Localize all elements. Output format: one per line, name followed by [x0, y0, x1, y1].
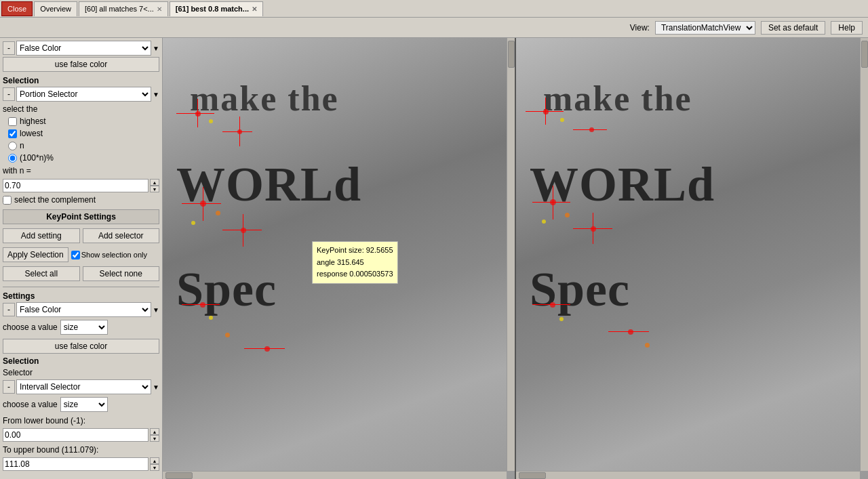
with-n-label: with n =	[3, 166, 31, 175]
add-setting-btn[interactable]: Add setting	[3, 228, 80, 243]
lowest-checkbox-row: lowest	[8, 129, 159, 138]
n-label: n	[20, 141, 24, 150]
choose-value2-select[interactable]: size response angle	[60, 397, 108, 412]
use-false-color-btn2[interactable]: use false color	[3, 339, 159, 354]
tooltip-line2: angle 315.645	[317, 257, 393, 269]
false-color-section: - False Color Grayscale ▼	[3, 41, 159, 56]
portion-selector-select[interactable]: Portion Selector Range Selector	[16, 87, 151, 102]
lowest-checkbox[interactable]	[8, 129, 17, 138]
tab2-close-icon[interactable]: ✕	[252, 5, 257, 13]
kp-left-8[interactable]	[200, 302, 205, 308]
settings-minus-btn[interactable]: -	[3, 303, 15, 316]
right-image-text-world: WORLd	[530, 157, 715, 213]
false-color-minus-btn[interactable]: -	[3, 41, 15, 55]
tooltip-line3: response 0.000503573	[317, 268, 393, 280]
help-button[interactable]: Help	[831, 21, 863, 35]
to-upper-input[interactable]	[3, 457, 149, 471]
right-v-scrollbar[interactable]	[860, 38, 868, 471]
kp-left-7[interactable]	[241, 228, 246, 233]
right-v-scroll-thumb[interactable]	[861, 41, 868, 68]
from-lower-label: From lower bound (-1):	[3, 416, 159, 425]
tooltip-line1: KeyPoint size: 92.5655	[317, 245, 393, 257]
from-lower-input[interactable]	[3, 428, 149, 442]
kp-right-7[interactable]	[591, 226, 596, 232]
settings-false-color-select[interactable]: False Color Grayscale	[16, 302, 151, 317]
select-the-label: select the	[3, 104, 159, 114]
left-v-scroll-thumb[interactable]	[508, 41, 515, 68]
kp-left-11[interactable]	[264, 346, 270, 352]
kp-right-9[interactable]	[559, 317, 564, 321]
tab-overview[interactable]: Overview	[34, 1, 77, 16]
add-selector-btn[interactable]: Add selector	[83, 228, 160, 243]
left-h-scroll-thumb[interactable]	[165, 472, 193, 479]
set-default-button[interactable]: Set as default	[761, 21, 825, 35]
left-image-text-spec: Spec	[176, 262, 277, 318]
tab-1[interactable]: [60] all matches 7<... ✕	[79, 1, 168, 16]
choose-value2-row: choose a value size response angle	[3, 397, 159, 412]
kp-right-2[interactable]	[560, 118, 564, 122]
kp-right-5[interactable]	[565, 213, 570, 217]
kp-right-8[interactable]	[550, 302, 555, 308]
kp-right-11[interactable]	[645, 343, 650, 348]
select-none-btn[interactable]: Select none	[83, 266, 160, 281]
show-selection-label: Show selection only	[81, 251, 147, 259]
highest-label: highest	[20, 117, 46, 126]
kp-right-10[interactable]	[628, 329, 633, 335]
kp-left-10[interactable]	[225, 333, 230, 337]
n-radio[interactable]	[8, 142, 17, 150]
highest-checkbox[interactable]	[8, 117, 17, 126]
left-image-panel: make the WORLd Spec	[163, 38, 516, 479]
use-false-color-btn[interactable]: use false color	[3, 57, 159, 72]
right-image-text-make: make the	[543, 79, 692, 119]
divider1	[3, 287, 159, 287]
keypoint-settings-header: KeyPoint Settings	[3, 209, 159, 224]
kp-left-1[interactable]	[195, 111, 201, 117]
close-button[interactable]: Close	[1, 1, 33, 16]
intervall-selector-select[interactable]: Intervall Selector Portion Selector	[16, 379, 151, 394]
select-all-btn[interactable]: Select all	[3, 266, 80, 281]
selection2-minus-btn[interactable]: -	[3, 380, 15, 394]
from-lower-up-btn[interactable]: ▲	[150, 428, 159, 435]
to-upper-up-btn[interactable]: ▲	[150, 457, 159, 464]
view-select[interactable]: TranslationMatchView FeatureMatchView Si…	[655, 21, 755, 35]
show-selection-checkbox[interactable]	[71, 251, 80, 259]
with-n-down-btn[interactable]: ▼	[150, 186, 159, 192]
with-n-row: with n =	[3, 166, 159, 175]
with-n-up-btn[interactable]: ▲	[150, 179, 159, 186]
intervall-selector-row: - Intervall Selector Portion Selector ▼	[3, 379, 159, 394]
with-n-spin-btns: ▲ ▼	[150, 179, 159, 192]
percent-radio[interactable]	[8, 154, 17, 163]
tab-bar: Close Overview [60] all matches 7<... ✕ …	[0, 0, 868, 18]
tab1-close-icon[interactable]: ✕	[157, 5, 162, 13]
kp-left-2[interactable]	[209, 119, 213, 123]
left-v-scrollbar[interactable]	[507, 38, 515, 471]
choose-value-label: choose a value	[3, 322, 58, 332]
right-h-scroll-thumb[interactable]	[519, 472, 546, 479]
tab-2[interactable]: [61] best 0.8 match... ✕	[170, 1, 263, 16]
kp-left-9[interactable]	[209, 316, 213, 320]
to-upper-down-btn[interactable]: ▼	[150, 464, 159, 471]
false-color-select[interactable]: False Color Grayscale	[16, 41, 151, 56]
intervall-dropdown-icon: ▼	[153, 383, 159, 391]
select-complement-checkbox[interactable]	[3, 196, 12, 205]
show-selection-row: Show selection only	[71, 251, 147, 259]
right-image-text-spec: Spec	[530, 262, 630, 318]
image-area: make the WORLd Spec	[163, 38, 868, 479]
main-layout: - False Color Grayscale ▼ use false colo…	[0, 38, 868, 479]
kp-left-6[interactable]	[191, 221, 195, 225]
apply-show-row: Apply Selection Show selection only	[3, 247, 159, 262]
apply-selection-btn[interactable]: Apply Selection	[3, 247, 68, 262]
portion-minus-btn[interactable]: -	[3, 87, 15, 101]
from-lower-down-btn[interactable]: ▼	[150, 435, 159, 442]
kp-left-5[interactable]	[216, 211, 220, 215]
select-complement-label: select the complement	[14, 195, 96, 205]
from-lower-spin: ▲ ▼	[150, 428, 159, 442]
choose-value-select[interactable]: size response angle	[60, 320, 108, 335]
with-n-input[interactable]	[3, 179, 149, 192]
kp-right-6[interactable]	[542, 220, 546, 224]
right-h-scrollbar[interactable]	[516, 471, 860, 479]
left-h-scrollbar[interactable]	[163, 471, 507, 479]
percent-radio-row: (100*n)%	[8, 153, 159, 163]
kp-right-1[interactable]	[543, 109, 549, 114]
portion-selector-dropdown-icon: ▼	[153, 91, 159, 98]
